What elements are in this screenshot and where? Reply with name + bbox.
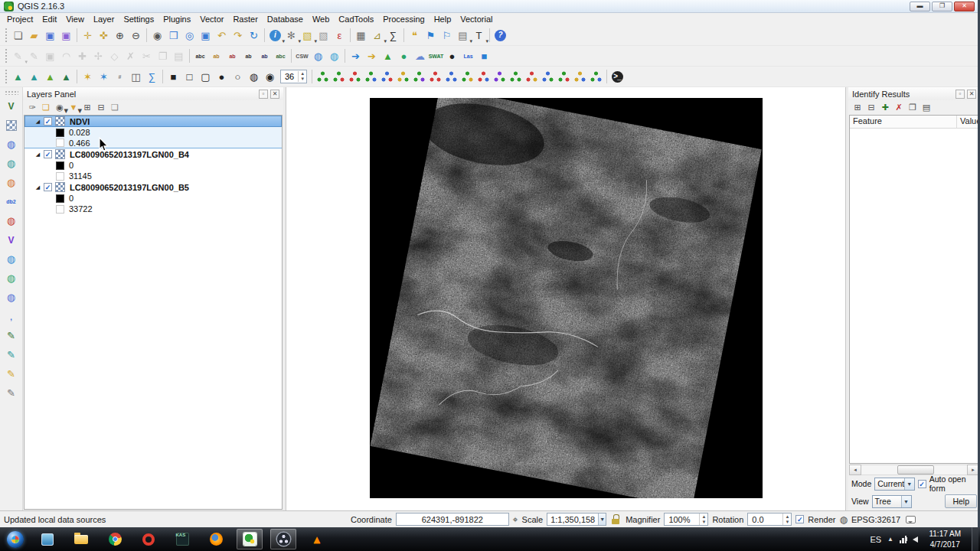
identify-features-button[interactable]: i▾ <box>267 28 283 44</box>
geometry-tool-14-button[interactable] <box>524 69 540 85</box>
taskbar-chrome-button[interactable] <box>102 529 128 549</box>
expand-new-results-button[interactable]: ✚ <box>878 101 892 115</box>
globe-plugin-button[interactable]: ● <box>396 48 412 64</box>
layers-float-button[interactable]: ▫ <box>259 90 268 99</box>
spin-down-icon[interactable]: ▼ <box>300 77 305 82</box>
identify-close-button[interactable]: ✕ <box>967 90 976 99</box>
measure-line-button[interactable]: ⊿▾ <box>369 28 385 44</box>
expand-tree-button[interactable]: ⊞ <box>851 101 864 115</box>
spin-up-icon[interactable]: ▲ <box>300 71 305 77</box>
geometry-tool-3-button[interactable] <box>347 69 363 85</box>
coordinate-input[interactable]: 624391,-891822 <box>396 513 509 526</box>
menu-processing[interactable]: Processing <box>378 14 429 24</box>
layer-checkbox[interactable]: ✓ <box>44 117 52 126</box>
geometry-tool-12-button[interactable] <box>492 69 508 85</box>
manage-visibility-button[interactable]: ◉▾ <box>53 101 67 115</box>
expand-collapse-arrow[interactable]: ◢ <box>34 184 42 191</box>
refresh-map-button[interactable]: ↻ <box>246 28 262 44</box>
geometry-tool-9-button[interactable] <box>443 69 459 85</box>
column-header-feature[interactable]: Feature <box>850 116 957 128</box>
zonal-statistics-button[interactable]: ✶ <box>96 69 112 85</box>
zoom-to-selection-button[interactable]: ◎ <box>181 28 198 44</box>
pin-labels-button[interactable]: ab <box>208 48 224 64</box>
scroll-thumb[interactable] <box>897 465 934 474</box>
menu-web[interactable]: Web <box>308 14 334 24</box>
taskbar-explorer-button[interactable] <box>68 529 94 549</box>
new-geopackage-layer-button[interactable]: ✎ <box>3 366 19 382</box>
menu-help[interactable]: Help <box>430 14 456 24</box>
layer-item[interactable]: ◢✓LC80090652013197LGN00_B5 <box>24 181 282 193</box>
geometry-tool-11-button[interactable] <box>475 69 492 85</box>
geometry-tool-16-button[interactable] <box>556 69 572 85</box>
crs-status-icon[interactable]: ◍ <box>839 514 847 525</box>
menu-project[interactable]: Project <box>2 14 38 24</box>
zoom-full-button[interactable]: ❒ <box>165 28 181 44</box>
remove-layer-button[interactable]: ❏ <box>108 101 122 115</box>
menu-database[interactable]: Database <box>263 14 308 24</box>
scroll-track[interactable] <box>861 465 967 475</box>
menu-layer[interactable]: Layer <box>89 14 119 24</box>
geometry-tool-18-button[interactable] <box>588 69 604 85</box>
add-raster-layer-button[interactable] <box>3 117 19 133</box>
draw-rect-button[interactable]: □ <box>181 69 198 85</box>
zoom-last-button[interactable]: ↶ <box>214 28 230 44</box>
menu-view[interactable]: View <box>61 14 89 24</box>
osm-plugin-button[interactable]: ● <box>444 48 460 64</box>
scale-dropdown[interactable]: 1:1,350,158 ▼ <box>547 513 606 526</box>
add-db2-layer-button[interactable]: db2 <box>3 194 19 210</box>
zoom-in-button[interactable]: ⊕ <box>112 28 128 44</box>
geometry-tool-7-button[interactable] <box>411 69 427 85</box>
add-mssql-layer-button[interactable]: ◍ <box>3 174 19 191</box>
map-canvas[interactable] <box>286 87 846 510</box>
help-button[interactable]: ? <box>492 28 508 44</box>
taskbar-blue-app-button[interactable] <box>34 529 60 549</box>
raster-sum-button[interactable]: ∑ <box>144 69 160 85</box>
geometry-tool-17-button[interactable] <box>572 69 588 85</box>
expand-collapse-arrow[interactable]: ◢ <box>34 152 42 158</box>
layer-checkbox[interactable]: ✓ <box>44 150 52 158</box>
qgis2web-plugin-button[interactable]: ▲ <box>380 48 396 64</box>
metasearch-button[interactable]: ◍ <box>310 48 326 64</box>
taskbar-firefox-button[interactable] <box>203 529 229 549</box>
new-spatialite-layer-button[interactable]: ✎ <box>3 347 19 363</box>
change-label-button[interactable]: abc <box>273 48 289 64</box>
plugin-export-button[interactable]: ➔ <box>364 48 380 64</box>
scale-lock-icon[interactable] <box>612 514 620 524</box>
rotation-spinbox[interactable]: 0.0 ▲▼ <box>747 513 792 526</box>
add-wcs-layer-button[interactable]: ◍ <box>3 270 19 286</box>
geometry-tool-15-button[interactable] <box>540 69 556 85</box>
open-attribute-table-button[interactable]: ▦ <box>353 28 369 44</box>
copy-feature-button[interactable]: ❐ <box>906 101 920 115</box>
toolbar-grip[interactable] <box>5 90 18 95</box>
help-button[interactable]: Help <box>945 494 977 508</box>
select-features-button[interactable]: ▧▾ <box>299 28 315 44</box>
dropdown-arrow-icon[interactable]: ▾ <box>485 38 488 44</box>
draw-spiral-button[interactable]: ◉ <box>262 69 278 85</box>
add-virtual-layer-button[interactable]: V <box>3 232 19 248</box>
taskbar-kaspersky-button[interactable]: KAS <box>169 529 195 549</box>
expand-all-button[interactable]: ⊞ <box>80 101 94 115</box>
add-wfs-layer-button[interactable]: ◍ <box>3 289 19 305</box>
heatmap-tool-button[interactable]: ✶ <box>80 69 96 85</box>
print-response-button[interactable]: ▤ <box>920 101 933 115</box>
close-button[interactable]: ✕ <box>954 2 975 11</box>
move-label-button[interactable]: ab <box>240 48 256 64</box>
new-bookmark-button[interactable]: ⚑ <box>423 28 439 44</box>
draw-circle-button[interactable]: ◍ <box>246 69 262 85</box>
minimize-button[interactable]: ▬ <box>910 2 930 11</box>
open-project-button[interactable]: ▰ <box>26 28 42 44</box>
geometry-tool-1-button[interactable] <box>315 69 331 85</box>
add-delimited-text-layer-button[interactable]: , <box>3 308 19 324</box>
swat-plugin-button[interactable]: SWAT <box>428 48 444 64</box>
geometry-tool-8-button[interactable] <box>427 69 443 85</box>
identify-float-button[interactable]: ▫ <box>956 90 965 99</box>
metasearch-services-button[interactable]: ◍ <box>326 48 342 64</box>
csw-catalog-button[interactable]: CSW <box>294 48 310 64</box>
toolbar-grip[interactable] <box>4 70 8 83</box>
plugin-import-button[interactable]: ➔ <box>348 48 364 64</box>
interpolation-tin-button[interactable]: ▲ <box>10 69 26 85</box>
start-button[interactable] <box>7 531 24 548</box>
grid-tool-button[interactable]: # <box>112 69 128 85</box>
add-postgis-layer-button[interactable]: ◍ <box>3 136 19 152</box>
new-print-composer-button[interactable]: ▤▾ <box>455 28 471 44</box>
